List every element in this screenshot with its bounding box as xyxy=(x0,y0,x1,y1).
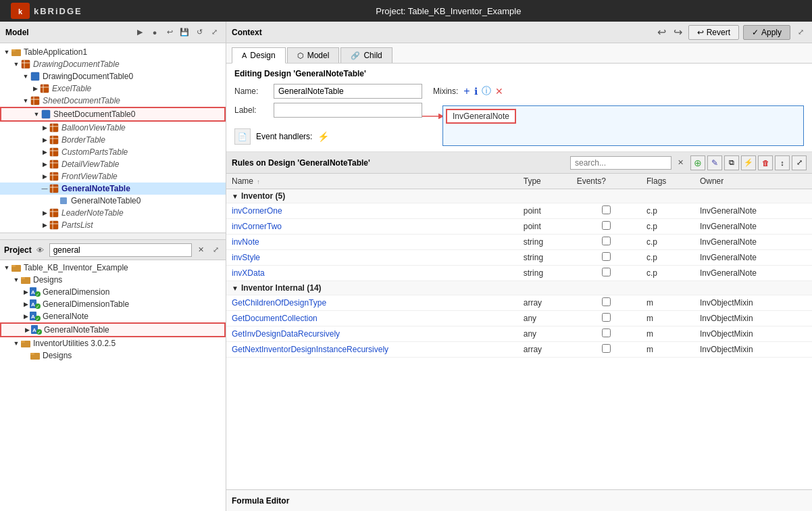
svg-text:✓: ✓ xyxy=(36,304,40,309)
svg-rect-43 xyxy=(21,277,25,279)
event-rule-btn[interactable]: ⚡ xyxy=(741,155,756,170)
table-row[interactable]: GetDocumentCollection any m InvObjectMix… xyxy=(226,311,812,326)
apply-button[interactable]: ✓ Apply xyxy=(743,25,790,40)
tree-item-t9[interactable]: ▶CustomPartsTable xyxy=(0,146,226,158)
app-logo: k kBRiDGE xyxy=(11,3,82,19)
project-tree-item-p7[interactable]: ▼InventorUtilities 3.0.2.5 xyxy=(0,337,226,349)
table-row[interactable]: invCornerOne point c.p InvGeneralNote xyxy=(226,203,812,219)
tab-child[interactable]: 🔗 Child xyxy=(340,47,392,63)
row-type: any xyxy=(518,326,572,342)
tree-item-t5[interactable]: ▼SheetDocumentTable xyxy=(0,95,226,107)
table-row[interactable]: GetNextInventorDesignInstanceRecursively… xyxy=(226,342,812,358)
col-name: Name ↑ xyxy=(226,174,518,189)
tree-item-t15[interactable]: ▶PartsList xyxy=(0,219,226,231)
event-handler-doc-icon[interactable]: 📄 xyxy=(234,128,251,145)
svg-text:A: A xyxy=(31,289,35,295)
project-tree-item-p3[interactable]: ▶A✓GeneralDimension xyxy=(0,286,226,298)
lightning-icon[interactable]: ⚡ xyxy=(318,131,329,142)
row-events xyxy=(572,235,641,250)
svg-rect-61 xyxy=(21,341,25,343)
tree-item-t2[interactable]: ▼DrawingDocumentTable xyxy=(0,58,226,70)
expand-icon[interactable]: ⤢ xyxy=(208,26,220,39)
tree-item-t14[interactable]: ▶LeaderNoteTable xyxy=(0,207,226,219)
row-name: GetChildrenOfDesignType xyxy=(226,295,518,311)
group-row[interactable]: ▼Inventor Internal (14) xyxy=(226,281,812,295)
save-icon[interactable]: 💾 xyxy=(178,26,191,39)
table-row[interactable]: GetChildrenOfDesignType array m InvObjec… xyxy=(226,295,812,311)
tree-item-t12[interactable]: —GeneralNoteTable xyxy=(0,182,226,195)
project-tree-item-p2[interactable]: ▼Designs xyxy=(0,274,226,286)
revert-button[interactable]: ↩ Revert xyxy=(688,25,739,40)
svg-text:A: A xyxy=(31,301,35,308)
design-tab-icon: A xyxy=(242,51,247,59)
project-tree-item-p8[interactable]: Designs xyxy=(0,349,226,362)
mixin-tag[interactable]: InvGeneralNote xyxy=(446,109,516,124)
mixin-icons: + ℹ ⓘ ✕ xyxy=(463,85,503,97)
tab-model[interactable]: ⬡ Model xyxy=(287,47,340,63)
row-owner: InvObjectMixin xyxy=(694,295,812,311)
tree-item-t6[interactable]: ▼SheetDocumentTable0 xyxy=(0,107,226,122)
mixins-label: Mixins: xyxy=(433,87,458,96)
delete-rule-btn[interactable]: 🗑 xyxy=(758,155,773,170)
tab-design[interactable]: A Design xyxy=(232,47,286,64)
row-events xyxy=(572,250,641,266)
rules-search: ✕ xyxy=(570,156,686,170)
project-tree-item-p6[interactable]: ▶A✓GeneralNoteTable xyxy=(0,322,226,337)
tree-item-t13[interactable]: GeneralNoteTable0 xyxy=(0,195,226,207)
tree-item-t8[interactable]: ▶BorderTable xyxy=(0,134,226,146)
tree-item-t4[interactable]: ▶ExcelTable xyxy=(0,82,226,95)
undo-icon[interactable]: ↩ xyxy=(163,26,176,39)
project-tree-item-p1[interactable]: ▼Table_KB_Inventor_Example xyxy=(0,262,226,274)
context-fullscreen-icon[interactable]: ⤢ xyxy=(794,26,807,39)
context-undo-icon[interactable]: ↩ xyxy=(656,26,668,39)
project-tree-item-p4[interactable]: ▶A✓GeneralDimensionTable xyxy=(0,298,226,310)
row-name: invStyle xyxy=(226,250,518,266)
tree-item-t3[interactable]: ▼DrawingDocumentTable0 xyxy=(0,70,226,82)
table-row[interactable]: invNote string c.p InvGeneralNote xyxy=(226,235,812,250)
name-input[interactable] xyxy=(274,84,422,99)
row-events xyxy=(572,342,641,358)
fullscreen-rule-btn[interactable]: ⤢ xyxy=(792,155,807,170)
context-redo-icon[interactable]: ↪ xyxy=(672,26,684,39)
project-visibility-icon[interactable]: 👁 xyxy=(34,244,47,256)
project-search-input[interactable] xyxy=(49,243,192,257)
tree-item-t11[interactable]: ▶FrontViewTable xyxy=(0,170,226,182)
table-row[interactable]: invXData string c.p InvGeneralNote xyxy=(226,266,812,281)
svg-rect-7 xyxy=(31,72,39,80)
copy-rule-btn[interactable]: ⧉ xyxy=(724,155,739,170)
svg-rect-41 xyxy=(11,265,16,267)
col-events: Events? xyxy=(572,174,641,189)
row-flags: m xyxy=(641,311,694,326)
rules-search-clear[interactable]: ✕ xyxy=(674,157,686,169)
add-rule-btn[interactable]: ⊕ xyxy=(690,155,705,170)
mixin-info-icon[interactable]: ℹ xyxy=(474,86,478,97)
table-row[interactable]: GetInvDesignDataRecursively any m InvObj… xyxy=(226,326,812,342)
tree-item-t7[interactable]: ▶BalloonViewTable xyxy=(0,122,226,134)
row-name: invXData xyxy=(226,266,518,281)
tree-item-t10[interactable]: ▶DetailViewTable xyxy=(0,158,226,170)
row-events xyxy=(572,219,641,235)
tree-item-t1[interactable]: ▼TableApplication1 xyxy=(0,46,226,58)
sort-rule-btn[interactable]: ↕ xyxy=(775,155,790,170)
table-row[interactable]: invCornerTwo point c.p InvGeneralNote xyxy=(226,219,812,235)
child-tab-icon: 🔗 xyxy=(351,51,360,60)
table-row[interactable]: invStyle string c.p InvGeneralNote xyxy=(226,250,812,266)
edit-rule-btn[interactable]: ✎ xyxy=(707,155,722,170)
project-search-clear[interactable]: ✕ xyxy=(195,244,207,256)
project-tree-item-p5[interactable]: ▶A✓GeneralNote xyxy=(0,310,226,322)
row-type: string xyxy=(518,266,572,281)
label-input[interactable] xyxy=(274,103,422,118)
row-owner: InvGeneralNote xyxy=(694,203,812,219)
record-icon[interactable]: ● xyxy=(149,26,161,39)
mixin-add-icon[interactable]: + xyxy=(463,85,470,97)
refresh-icon[interactable]: ↺ xyxy=(193,26,205,39)
svg-rect-15 xyxy=(50,124,58,132)
mixin-remove-icon[interactable]: ✕ xyxy=(495,86,503,97)
project-expand-icon[interactable]: ⤢ xyxy=(209,244,222,256)
mixin-help-icon[interactable]: ⓘ xyxy=(482,85,491,97)
group-row[interactable]: ▼Inventor (5) xyxy=(226,189,812,203)
context-title: Context xyxy=(232,28,262,37)
rules-search-input[interactable] xyxy=(570,156,671,170)
play-icon[interactable]: ▶ xyxy=(134,26,146,39)
model-tree: ▼TableApplication1▼DrawingDocumentTable▼… xyxy=(0,43,226,233)
